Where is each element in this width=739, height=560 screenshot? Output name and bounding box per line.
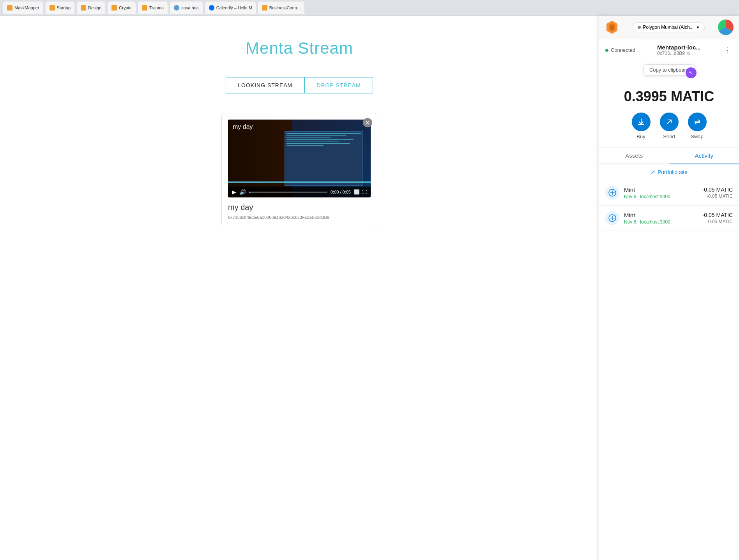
looking-stream-button[interactable]: LOOKING STREAM [226, 77, 304, 93]
portfolio-link[interactable]: ↗ Portfolio site [599, 164, 739, 180]
browser-bar: MaskMapper Startup Design Crypto Trauma … [0, 0, 739, 16]
connected-label: Connected [611, 47, 635, 53]
tab-casa-hoa-label: casa hoa [181, 5, 199, 10]
progress-bar-full [228, 181, 371, 183]
page-title: Menta Stream [246, 39, 353, 58]
time-display: 0:00 / 0:05 [331, 190, 351, 194]
tab-design-label: Design [88, 5, 101, 10]
fullscreen-icon[interactable]: ⛶ [362, 189, 367, 195]
buy-label: Buy [636, 134, 645, 139]
copy-tooltip: Copy to clipboard ↖ [599, 61, 739, 79]
tab-trauma[interactable]: Trauma [138, 2, 168, 14]
metamask-logo [605, 20, 619, 35]
send-label: Send [663, 134, 675, 139]
network-name: Polygon Mumbai (Alch... [643, 25, 694, 30]
tx-icon-2 [605, 211, 619, 225]
progress-fill [249, 192, 251, 193]
tx-name-1: Mint [624, 187, 698, 193]
tx-info-2: Mint Nov 6 · localhost:3000 [624, 212, 698, 225]
tx-amount-1: -0.05 MATIC -0.05 MATIC [702, 187, 733, 199]
swap-icon-circle [688, 113, 707, 131]
tab-maskmapper[interactable]: MaskMapper [3, 2, 43, 14]
network-selector[interactable]: Polygon Mumbai (Alch... ▼ [633, 22, 705, 32]
buy-button[interactable]: Buy [632, 113, 651, 139]
video-thumbnail [228, 120, 371, 197]
tx-matic-sub-1: -0.05 MATIC [702, 194, 733, 199]
tab-maskmapper-label: MaskMapper [14, 5, 39, 10]
play-button[interactable]: ▶ [232, 189, 236, 195]
volume-button[interactable]: 🔊 [239, 189, 246, 195]
action-buttons: LOOKING STREAM DROP STREAM [226, 77, 373, 93]
tab-activity[interactable]: Activity [669, 148, 739, 164]
tx-matic-2: -0.05 MATIC [702, 212, 733, 218]
tx-info-1: Mint Nov 6 · localhost:3000 [624, 187, 698, 199]
main-content: Menta Stream LOOKING STREAM DROP STREAM … [0, 16, 739, 560]
card-title: my day [228, 203, 371, 212]
mm-account-row: Connected Mentaport-loc... 0x716...d3B9 … [599, 39, 739, 61]
tx-matic-sub-2: -0.05 MATIC [702, 219, 733, 224]
tab-startup[interactable]: Startup [46, 2, 74, 14]
send-button[interactable]: Send [660, 113, 679, 139]
folder-icon [7, 5, 12, 11]
tab-trauma-label: Trauma [149, 5, 164, 10]
swap-button[interactable]: Swap [688, 113, 707, 139]
tab-casa-hoa[interactable]: casa hoa [170, 2, 203, 14]
video-controls: ▶ 🔊 0:00 / 0:05 ⬜ ⛶ [228, 187, 371, 197]
folder-icon [262, 5, 267, 11]
network-dot [638, 26, 641, 29]
portfolio-label: Portfolio site [658, 169, 688, 175]
cursor-icon: ↖ [686, 67, 697, 78]
tab-businessconn[interactable]: BusinessConn... [258, 2, 304, 14]
circle-icon [174, 5, 179, 11]
progress-bar[interactable] [249, 192, 327, 193]
tab-startup-label: Startup [57, 5, 71, 10]
card-hash: 0x716dcb4E1E6a16068e1620426c873FcdaB63d3… [228, 215, 371, 220]
swap-label: Swap [691, 134, 704, 139]
buy-icon-circle [632, 113, 651, 131]
folder-icon [111, 5, 117, 11]
mm-actions: Buy Send Swap [599, 113, 739, 148]
tab-assets[interactable]: Assets [599, 148, 669, 164]
video-label: my day [233, 123, 253, 130]
copy-tooltip-bubble: Copy to clipboard ↖ [644, 64, 695, 76]
tab-crypto[interactable]: Crypto [108, 2, 135, 14]
chevron-down-icon: ▼ [696, 25, 700, 30]
mm-header: Polygon Mumbai (Alch... ▼ [599, 16, 739, 39]
mm-account-info: Mentaport-loc... 0x716...d3B9 ⧉ [657, 44, 701, 56]
more-options-button[interactable]: ⋮ [723, 44, 733, 56]
metamask-avatar[interactable] [718, 19, 734, 35]
account-name: Mentaport-loc... [657, 44, 701, 51]
page-area: Menta Stream LOOKING STREAM DROP STREAM … [0, 16, 599, 560]
folder-icon [81, 5, 86, 11]
tx-matic-1: -0.05 MATIC [702, 187, 733, 193]
copy-address-icon[interactable]: ⧉ [686, 51, 691, 56]
tab-businessconn-label: BusinessConn... [269, 5, 301, 10]
tx-icon-1 [605, 186, 619, 200]
metamask-panel: Polygon Mumbai (Alch... ▼ Connected Ment… [599, 16, 739, 560]
connection-status: Connected [605, 47, 635, 53]
transaction-item-1[interactable]: Mint Nov 6 · localhost:3000 -0.05 MATIC … [599, 180, 739, 206]
mm-tabs: Assets Activity [599, 148, 739, 164]
send-icon-circle [660, 113, 679, 131]
tx-amount-2: -0.05 MATIC -0.05 MATIC [702, 212, 733, 224]
folder-icon [142, 5, 147, 11]
tx-name-2: Mint [624, 212, 698, 218]
connected-indicator [605, 49, 608, 52]
picture-in-picture-icon[interactable]: ⬜ [354, 189, 360, 195]
drop-stream-button[interactable]: DROP STREAM [304, 77, 373, 93]
calendly-icon [209, 5, 214, 11]
video-screen [285, 131, 363, 186]
mm-balance: 0.3995 MATIC [599, 79, 739, 113]
copy-clipboard-label: Copy to clipboard [649, 67, 689, 73]
transaction-item-2[interactable]: Mint Nov 6 · localhost:3000 -0.05 MATIC … [599, 206, 739, 231]
tx-meta-2: Nov 6 · localhost:3000 [624, 219, 698, 225]
video-container: my day [228, 120, 371, 197]
folder-icon [50, 5, 55, 11]
tab-crypto-label: Crypto [119, 5, 131, 10]
tab-calendly[interactable]: Calendly – Hello M... [205, 2, 256, 14]
tab-design[interactable]: Design [77, 2, 105, 14]
close-button[interactable]: ✕ [363, 118, 372, 127]
tab-calendly-label: Calendly – Hello M... [216, 5, 256, 10]
account-address: 0x716...d3B9 ⧉ [657, 51, 701, 56]
ctrl-icons: ⬜ ⛶ [354, 189, 367, 195]
